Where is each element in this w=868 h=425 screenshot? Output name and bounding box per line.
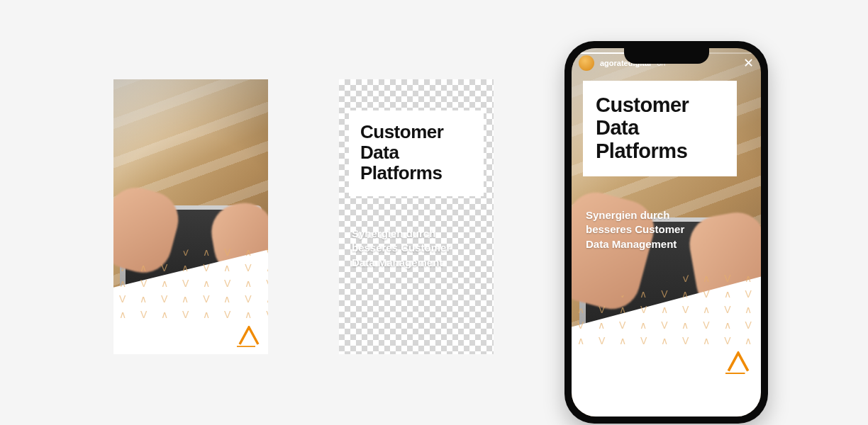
close-icon[interactable]: ✕ [743, 57, 754, 69]
svg-point-1 [583, 400, 586, 403]
phone-mockup: ∧ V ∧ V ∧ V ∧ V ∧ V ∧ V V ∧ V ∧ V ∧ V ∧ … [564, 41, 768, 424]
send-icon[interactable] [740, 393, 754, 407]
headline-card: Customer Data Platforms [349, 110, 484, 196]
camera-icon[interactable] [579, 394, 591, 407]
more-icon[interactable]: ••• [712, 396, 725, 404]
headline-text: Customer Data Platforms [596, 94, 724, 162]
creative-photo-only: ∧ V ∧ V ∧ V ∧ V ∧ V V ∧ V ∧ V ∧ V ∧ V ∧ … [113, 79, 268, 354]
message-placeholder: Leave a message [606, 396, 668, 404]
svg-rect-0 [580, 397, 590, 404]
brand-logo-icon [725, 351, 751, 374]
subheadline-text: Synergien durch besseres Customer Data M… [586, 208, 733, 251]
phone-notch [624, 48, 709, 64]
story-screen: ∧ V ∧ V ∧ V ∧ V ∧ V ∧ V V ∧ V ∧ V ∧ V ∧ … [572, 48, 761, 416]
avatar[interactable] [579, 55, 594, 71]
brand-logo-icon [237, 326, 261, 347]
subheadline-text: Synergien durch besseres Customer Data M… [352, 227, 481, 270]
canvas: ∧ V ∧ V ∧ V ∧ V ∧ V V ∧ V ∧ V ∧ V ∧ V ∧ … [0, 0, 868, 425]
creative-overlay-layer: Customer Data Platforms Synergien durch … [339, 79, 494, 354]
creative-background: ∧ V ∧ V ∧ V ∧ V ∧ V V ∧ V ∧ V ∧ V ∧ V ∧ … [113, 79, 268, 354]
message-input[interactable]: Leave a message ••• [599, 391, 733, 409]
headline-text: Customer Data Platforms [360, 122, 472, 183]
headline-card: Customer Data Platforms [583, 81, 737, 176]
